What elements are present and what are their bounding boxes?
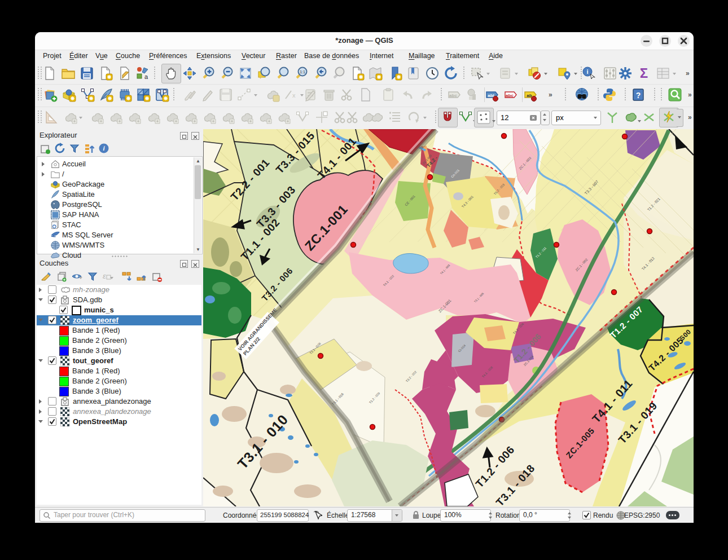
svg-text:a: a (144, 73, 148, 80)
svg-text:1:1: 1:1 (300, 70, 305, 74)
svg-text:x: x (292, 92, 296, 99)
svg-text:Σ: Σ (640, 66, 648, 81)
svg-text:ab: ab (527, 93, 532, 98)
svg-text:ε: ε (103, 272, 106, 280)
svg-text:i: i (586, 68, 588, 75)
svg-text:abc: abc (449, 93, 457, 98)
svg-text:abc: abc (506, 93, 514, 98)
svg-text:?: ? (636, 91, 641, 100)
